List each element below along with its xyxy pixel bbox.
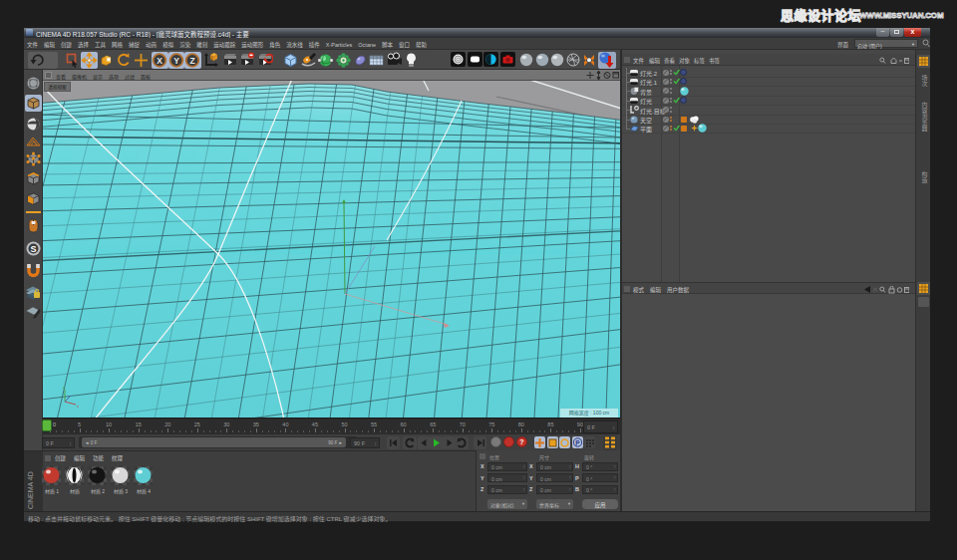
svg-text:Y: Y: [173, 56, 179, 66]
svg-text:P: P: [575, 439, 580, 446]
svg-text:S: S: [30, 244, 36, 254]
svg-text:X: X: [157, 56, 162, 66]
svg-text:z: z: [63, 385, 65, 390]
svg-text:Z: Z: [189, 56, 194, 66]
svg-text:x: x: [77, 404, 79, 409]
